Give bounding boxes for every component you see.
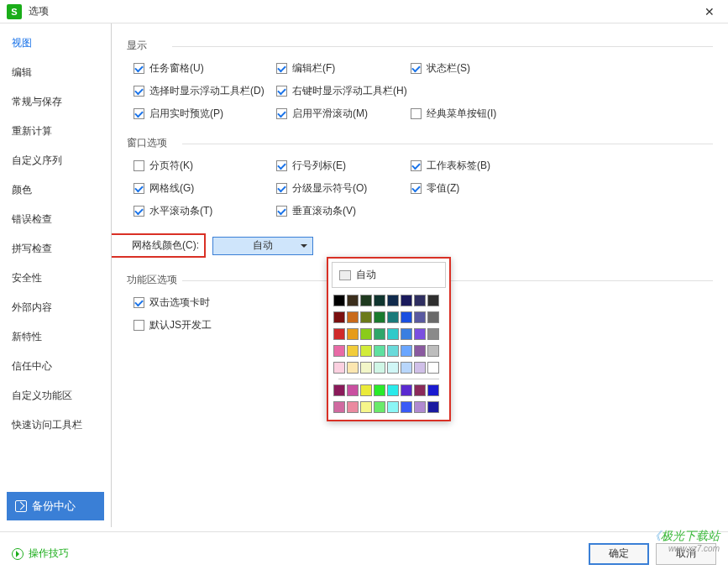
color-swatch[interactable] xyxy=(374,295,385,306)
color-swatch[interactable] xyxy=(360,345,372,357)
sidebar-item-13[interactable]: 快速访问工具栏 xyxy=(0,410,111,440)
color-swatch[interactable] xyxy=(401,345,412,357)
color-swatch[interactable] xyxy=(333,384,345,396)
sidebar-item-11[interactable]: 信任中心 xyxy=(0,352,111,381)
checkbox-label: 工作表标签(B) xyxy=(427,159,490,173)
checkbox-option[interactable]: 状态栏(S) xyxy=(411,61,553,76)
sidebar-item-7[interactable]: 拼写检查 xyxy=(0,234,111,264)
color-swatch[interactable] xyxy=(374,328,385,340)
color-swatch[interactable] xyxy=(360,328,372,340)
color-swatch[interactable] xyxy=(414,384,426,396)
checkbox-option[interactable]: 行号列标(E) xyxy=(276,159,411,173)
color-swatch[interactable] xyxy=(387,362,399,374)
auto-color-option[interactable]: 自动 xyxy=(332,262,446,288)
checkbox-option[interactable]: 编辑栏(F) xyxy=(276,61,411,76)
color-swatch[interactable] xyxy=(414,328,426,340)
color-swatch[interactable] xyxy=(374,401,385,413)
backup-center-button[interactable]: 备份中心 xyxy=(7,492,104,520)
close-icon[interactable]: ✕ xyxy=(698,0,721,24)
color-swatch[interactable] xyxy=(401,311,412,323)
color-swatch[interactable] xyxy=(427,328,439,340)
sidebar-item-4[interactable]: 自定义序列 xyxy=(0,146,111,175)
sidebar-item-2[interactable]: 常规与保存 xyxy=(0,87,111,117)
color-swatch[interactable] xyxy=(374,384,385,396)
grid-color-combo[interactable]: 自动 xyxy=(212,237,313,255)
sidebar-item-3[interactable]: 重新计算 xyxy=(0,117,111,146)
color-swatch[interactable] xyxy=(401,401,412,413)
color-swatch[interactable] xyxy=(427,345,439,357)
checkbox-option[interactable]: 工作表标签(B) xyxy=(411,159,553,173)
color-swatch[interactable] xyxy=(347,345,359,357)
cancel-button[interactable]: 取消 xyxy=(656,543,716,565)
color-swatch[interactable] xyxy=(387,311,399,323)
color-swatch[interactable] xyxy=(333,362,345,374)
sidebar-item-8[interactable]: 安全性 xyxy=(0,264,111,293)
color-swatch[interactable] xyxy=(347,295,359,306)
sidebar-item-12[interactable]: 自定义功能区 xyxy=(0,381,111,410)
checkbox-option[interactable]: 分级显示符号(O) xyxy=(276,181,411,196)
checkbox-option[interactable]: 任务窗格(U) xyxy=(134,61,276,76)
color-swatch[interactable] xyxy=(427,384,439,396)
color-swatch[interactable] xyxy=(360,384,372,396)
color-swatch[interactable] xyxy=(374,311,385,323)
checkbox-label: 经典菜单按钮(I) xyxy=(427,107,496,121)
checkbox-option[interactable]: 零值(Z) xyxy=(411,181,553,196)
color-swatch[interactable] xyxy=(333,328,345,340)
checkbox-option[interactable]: 右键时显示浮动工具栏(H) xyxy=(276,84,411,98)
color-swatch[interactable] xyxy=(427,401,439,413)
checkbox-option[interactable]: 网格线(G) xyxy=(134,181,276,196)
color-swatch[interactable] xyxy=(414,311,426,323)
color-swatch[interactable] xyxy=(387,295,399,306)
color-swatch[interactable] xyxy=(360,295,372,306)
color-swatch[interactable] xyxy=(360,401,372,413)
color-swatch[interactable] xyxy=(414,401,426,413)
color-swatch[interactable] xyxy=(414,295,426,306)
color-swatch[interactable] xyxy=(427,362,439,374)
ok-button[interactable]: 确定 xyxy=(589,543,649,565)
color-swatch[interactable] xyxy=(347,362,359,374)
checkbox-option[interactable]: 启用实时预览(P) xyxy=(134,107,276,121)
color-swatch[interactable] xyxy=(360,362,372,374)
checkbox-option[interactable]: 水平滚动条(T) xyxy=(134,204,276,218)
sidebar-item-1[interactable]: 编辑 xyxy=(0,58,111,87)
sidebar-item-5[interactable]: 颜色 xyxy=(0,175,111,205)
checkbox-option[interactable]: 选择时显示浮动工具栏(D) xyxy=(134,84,276,98)
color-swatch[interactable] xyxy=(347,311,359,323)
color-swatch[interactable] xyxy=(387,401,399,413)
sidebar-item-10[interactable]: 新特性 xyxy=(0,322,111,352)
sidebar-item-6[interactable]: 错误检查 xyxy=(0,205,111,234)
color-swatch[interactable] xyxy=(387,328,399,340)
checkbox-option[interactable]: 垂直滚动条(V) xyxy=(276,204,411,218)
color-swatch[interactable] xyxy=(401,362,412,374)
color-swatch[interactable] xyxy=(333,345,345,357)
color-swatch[interactable] xyxy=(333,295,345,306)
color-swatch[interactable] xyxy=(374,362,385,374)
color-swatch[interactable] xyxy=(387,384,399,396)
color-swatch[interactable] xyxy=(347,328,359,340)
checkbox-option[interactable]: 默认JS开发工 xyxy=(134,318,276,332)
sidebar-item-9[interactable]: 外部内容 xyxy=(0,293,111,322)
checkbox-option[interactable]: 双击选项卡时 xyxy=(134,295,276,310)
checkbox-icon xyxy=(276,206,287,217)
color-swatch[interactable] xyxy=(387,345,399,357)
color-swatch[interactable] xyxy=(414,345,426,357)
checkbox-option[interactable]: 分页符(K) xyxy=(134,159,276,173)
color-swatch[interactable] xyxy=(374,345,385,357)
color-swatch[interactable] xyxy=(333,311,345,323)
color-swatch[interactable] xyxy=(414,362,426,374)
color-swatch[interactable] xyxy=(427,311,439,323)
tips-link[interactable]: 操作技巧 xyxy=(12,546,69,561)
sidebar-item-0[interactable]: 视图 xyxy=(0,29,111,58)
color-swatch[interactable] xyxy=(333,401,345,413)
checkbox-label: 垂直滚动条(V) xyxy=(292,204,356,218)
checkbox-option[interactable]: 经典菜单按钮(I) xyxy=(411,107,553,121)
color-swatch[interactable] xyxy=(347,401,359,413)
color-swatch[interactable] xyxy=(347,384,359,396)
color-swatch[interactable] xyxy=(401,328,412,340)
color-swatch[interactable] xyxy=(401,295,412,306)
color-swatch[interactable] xyxy=(360,311,372,323)
checkbox-label: 分页符(K) xyxy=(149,159,193,173)
color-swatch[interactable] xyxy=(427,295,439,306)
color-swatch[interactable] xyxy=(401,384,412,396)
checkbox-option[interactable]: 启用平滑滚动(M) xyxy=(276,107,411,121)
